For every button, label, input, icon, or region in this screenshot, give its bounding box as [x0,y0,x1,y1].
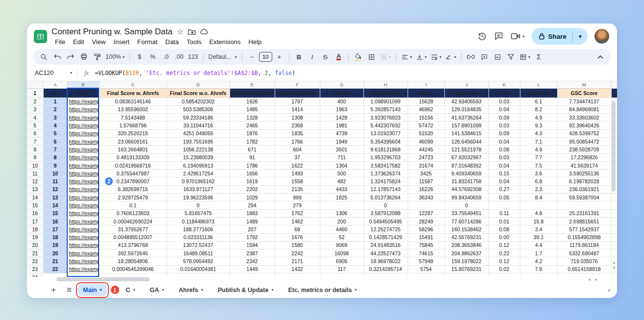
row-header-16[interactable]: 16 [27,209,43,217]
cell-value[interactable] [408,201,444,209]
cell-value[interactable]: 57472 [408,122,444,129]
cell-value[interactable]: 0.27 [489,185,520,193]
decrease-font-size-button[interactable]: − [246,51,258,63]
row-header-18[interactable]: 18 [27,225,43,233]
cell-value[interactable]: 1883 [230,209,275,217]
cell-value[interactable]: 0.01 [489,217,520,225]
menu-item-format[interactable]: Format [134,38,161,46]
cell-value[interactable]: 500 [320,170,363,177]
cell-url-link[interactable]: https://example. [67,146,99,153]
cell-value[interactable]: 0.4819133309 [99,153,167,161]
cell-value[interactable]: 4251.049055 [167,129,230,137]
cell-url-link[interactable]: https://example. [67,201,99,209]
column-header-M[interactable]: M [557,81,611,88]
grid-corner[interactable] [27,81,43,88]
cell-value[interactable]: 17.2296826 [557,153,611,161]
cell-value[interactable]: 3.4 [520,225,557,233]
cell-value[interactable]: 129.0164835 [444,105,489,113]
cell-value[interactable]: 208.3653846 [444,241,489,249]
column-header-I[interactable]: I [408,81,444,88]
cell-value[interactable]: 4.9 [520,146,557,153]
cell-empty[interactable] [489,273,520,277]
cell-value[interactable]: 1633.971127 [167,185,230,193]
cell-url-link[interactable]: https://example. [67,241,99,249]
cell-value[interactable]: 0.22 [489,249,520,257]
cell-value[interactable]: 0.09 [489,114,520,122]
cell-value[interactable]: 604 [275,146,320,153]
decrease-decimals-button[interactable]: .0 [160,51,172,63]
cell-value[interactable]: 39.1 [520,233,557,241]
cell-id[interactable]: 11 [43,177,67,185]
cell-value[interactable]: 1558 [275,177,320,185]
version-history-icon[interactable] [477,31,487,41]
cell-empty[interactable] [167,273,230,277]
cell-id[interactable]: 9 [43,161,67,169]
vertical-scrollbar[interactable]: ▲▼ [612,99,616,273]
cell-value[interactable] [489,201,520,209]
cell-value[interactable]: 159.1978022 [444,257,489,265]
cell-value[interactable]: 15.23980039 [167,153,230,161]
column-header-E[interactable]: E [230,81,275,88]
cell-value[interactable]: 7.5143488 [99,114,167,122]
cell-value[interactable]: 1797 [275,98,320,105]
cell-value[interactable]: 2171 [275,257,320,265]
cell-value[interactable]: 6.8 [520,177,557,185]
increase-font-size-button[interactable]: + [273,51,285,63]
cell-value[interactable]: 67.92032967 [444,153,489,161]
cell-value[interactable]: 0.00 [489,233,520,241]
fill-color-button[interactable] [352,51,364,63]
sheet-tab-menu-icon[interactable]: ▾ [162,288,164,292]
merge-cells-button[interactable]: ▾ [379,51,392,63]
cell-value[interactable]: 2242 [275,249,320,257]
cell-value[interactable]: 0.3755447987 [99,170,167,177]
video-call-icon[interactable]: ▾ [511,32,525,40]
row-header-8[interactable]: 8 [27,146,43,153]
header-cell[interactable]: Final Score w. Ahrefs [99,88,167,98]
cell-value[interactable]: 7.7 [520,153,557,161]
cell-id[interactable]: 22 [43,265,67,273]
vertical-align-button[interactable]: ▾ [414,51,428,63]
cell-value[interactable]: 1489 [230,217,275,225]
row-header-9[interactable]: 9 [27,153,43,161]
cell-value[interactable]: 4433 [320,185,363,193]
header-cell[interactable]: Impr. [408,88,444,98]
cell-empty[interactable] [67,273,99,277]
cell-value[interactable]: 37 [275,153,320,161]
cell-value[interactable]: 2465 [230,122,275,129]
cell-url-link[interactable]: https://example. [67,114,99,122]
cell-value[interactable]: 9.3 [520,122,557,129]
cell-id[interactable]: 4 [43,122,67,129]
cell-value[interactable]: 0.15 [489,170,520,177]
scroll-left-icon[interactable]: ◂ [588,277,591,282]
cell-value[interactable]: 578.0954492 [167,257,230,265]
cell-value[interactable]: 0 [444,201,489,209]
cell-value[interactable]: 1676 [275,233,320,241]
sheet-tab-ahrefs[interactable]: Ahrefs▾ [174,284,208,296]
cell-value[interactable]: 0.04 [489,137,520,145]
cell-value[interactable]: 28249 [408,217,444,225]
cell-value[interactable]: 95.50854472 [557,137,611,145]
cell-value[interactable]: 1.7 [520,249,557,257]
cell-value[interactable]: 2135 [275,185,320,193]
strikethrough-button[interactable]: S [319,51,332,63]
cell-value[interactable]: 0.1554902898 [557,233,611,241]
print-button[interactable] [77,51,90,63]
redo-button[interactable] [64,51,77,63]
column-header-n[interactable] [611,81,617,88]
cell-value[interactable]: 999 [275,194,320,201]
cell-value[interactable]: 1462 [275,217,320,225]
cell-value[interactable]: 69 [275,225,320,233]
cell-empty[interactable] [611,273,617,277]
cell-value[interactable]: 117 [320,265,363,273]
format-currency-button[interactable]: $ [133,51,146,63]
cell-id[interactable]: 2 [43,105,67,113]
cell-value[interactable]: 392.5972645 [99,249,167,257]
cell-id[interactable]: 15 [43,209,67,217]
row-header-1[interactable]: 1 [27,88,43,98]
cell-value[interactable]: 719.035076 [557,257,611,265]
cell-url-link[interactable]: https://example. [67,105,99,113]
horizontal-align-button[interactable]: ▾ [400,51,413,63]
cell-value[interactable]: 126.6456044 [444,137,489,145]
sheet-tab-etc-metrics-or-details[interactable]: Etc. metrics or details▾ [283,284,361,296]
sheet-tab-menu-icon[interactable]: ▾ [133,288,135,292]
